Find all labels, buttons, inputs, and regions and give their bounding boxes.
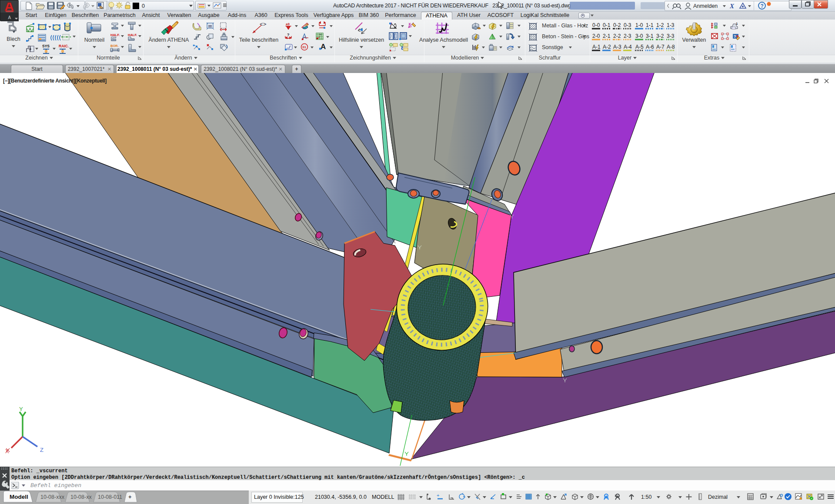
svg-text:±0: ±0	[286, 22, 290, 26]
svg-text:2-3: 2-3	[624, 33, 631, 39]
svg-text:?: ?	[761, 3, 764, 9]
svg-text:10-08-xxx: 10-08-xxx	[40, 494, 65, 500]
svg-text:A-8: A-8	[667, 44, 675, 50]
svg-text:+: +	[437, 493, 439, 498]
svg-text:2-2: 2-2	[613, 33, 621, 39]
svg-text:X: X	[5, 448, 9, 454]
svg-text:01: 01	[303, 45, 306, 49]
svg-text:0-2: 0-2	[613, 22, 621, 28]
svg-text:Dezimal: Dezimal	[708, 494, 728, 500]
svg-text:3-1: 3-1	[646, 33, 654, 39]
svg-text:2-0: 2-0	[592, 33, 600, 39]
svg-text:<>: <>	[260, 21, 267, 28]
svg-text:HALF.: HALF.	[110, 33, 120, 37]
svg-text:Z: Z	[40, 447, 43, 453]
svg-text:1-0: 1-0	[635, 22, 643, 28]
svg-text:1: 1	[736, 22, 738, 26]
svg-text:A-3: A-3	[613, 44, 621, 50]
svg-text:1-3: 1-3	[667, 22, 675, 28]
svg-text:A: A	[321, 43, 326, 51]
svg-text:Sonstige: Sonstige	[542, 44, 563, 50]
svg-text:2-1: 2-1	[603, 33, 611, 39]
svg-text:1-2: 1-2	[656, 22, 664, 28]
svg-text:10-08-011: 10-08-011	[98, 494, 122, 500]
svg-text:0-1: 0-1	[603, 22, 611, 28]
svg-text:10-08-xx: 10-08-xx	[70, 494, 92, 500]
svg-text:RAIC.: RAIC.	[59, 44, 69, 48]
svg-text:1-1: 1-1	[646, 22, 654, 28]
svg-text:+: +	[128, 494, 132, 500]
svg-text:3-3: 3-3	[667, 33, 675, 39]
svg-text:SYS: SYS	[42, 44, 50, 48]
svg-text:Anmelden: Anmelden	[693, 3, 718, 9]
svg-text:0-3: 0-3	[624, 22, 631, 28]
svg-text:Modell: Modell	[10, 494, 28, 500]
svg-text:A-1: A-1	[592, 44, 601, 50]
svg-text:?: ?	[734, 34, 736, 39]
svg-text:1:50: 1:50	[641, 494, 651, 500]
svg-text:0-0: 0-0	[592, 22, 600, 28]
svg-text:Y: Y	[19, 406, 23, 412]
svg-text:?: ?	[287, 33, 290, 37]
svg-text:A-5: A-5	[635, 44, 644, 50]
svg-text:Beton - Stein - Gips: Beton - Stein - Gips	[542, 33, 589, 40]
svg-text:A-4: A-4	[624, 44, 632, 50]
svg-text:3-2: 3-2	[656, 33, 664, 39]
svg-text:A: A	[8, 15, 11, 20]
svg-text:A-6: A-6	[646, 44, 654, 50]
svg-text:Metall - Glas - Holz: Metall - Glas - Holz	[542, 23, 588, 29]
svg-text:X: X	[729, 3, 735, 10]
svg-text:BOR.: BOR.	[110, 44, 119, 48]
svg-text:xx: xx	[319, 33, 322, 36]
svg-text:A-7: A-7	[656, 44, 665, 50]
svg-text:3-0: 3-0	[635, 33, 643, 39]
svg-text:A-2: A-2	[603, 44, 611, 50]
svg-text:HALF.: HALF.	[128, 33, 137, 37]
